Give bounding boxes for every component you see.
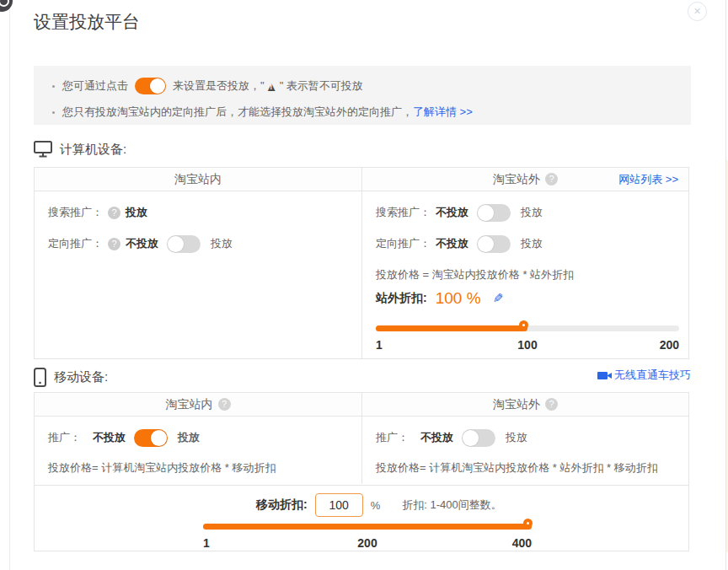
computer-table-header: 淘宝站内 淘宝站外 ? 网站列表 >> <box>35 168 688 191</box>
help-icon[interactable]: ? <box>218 398 231 411</box>
slider-handle[interactable] <box>523 519 533 528</box>
target-promo-row: 定向推广： 不投放 投放 <box>376 234 543 253</box>
computer-offsite-cell: 搜索推广： 不投放 投放 定向推广： 不投放 投放 投放价格 = 淘宝站内投放价… <box>361 191 688 359</box>
computer-offsite-search-toggle[interactable] <box>477 204 511 222</box>
computer-icon <box>34 141 52 158</box>
percent-unit: % <box>371 499 381 512</box>
computer-table: 淘宝站内 淘宝站外 ? 网站列表 >> 搜索推广： ? 投放 定向推广： ? 不… <box>34 167 689 359</box>
mobile-offsite-cell: 推广： 不投放 投放 投放价格= 计算机淘宝站内投放价格 * 站外折扣 * 移动… <box>361 417 688 484</box>
mobile-onsite-cell: 推广： 不投放 投放 投放价格= 计算机淘宝站内投放价格 * 移动折扣 <box>35 417 361 484</box>
help-icon[interactable]: ? <box>545 398 558 411</box>
mobile-discount-controls: 移动折扣: % 折扣: 1-400间整数。 <box>256 492 502 518</box>
offsite-discount-slider[interactable] <box>376 325 679 331</box>
mobile-offsite-formula: 投放价格= 计算机淘宝站内投放价格 * 站外折扣 * 移动折扣 <box>376 460 658 476</box>
mobile-section-header: 移动设备: 无线直通车技巧 <box>34 366 691 388</box>
learn-more-link[interactable]: 了解详情 >> <box>413 105 473 120</box>
warning-icon: ▲! <box>265 80 279 93</box>
mobile-discount-input[interactable] <box>315 493 363 517</box>
computer-section-header: 计算机设备: <box>34 138 691 160</box>
bullet-icon <box>52 111 55 114</box>
bullet-icon <box>52 85 55 88</box>
computer-onsite-cell: 搜索推广： ? 投放 定向推广： ? 不投放 投放 <box>35 191 361 359</box>
notice-line-1: 您可通过点击 来设置是否投放，" ▲! " 表示暂不可投放 <box>52 74 672 98</box>
computer-onsite-target-toggle[interactable] <box>167 235 201 253</box>
offsite-discount-row: 站外折扣: 100 % ✎ <box>376 289 503 308</box>
mobile-onsite-promo-toggle[interactable] <box>134 429 168 447</box>
mobile-offsite-promo-toggle[interactable] <box>462 429 495 447</box>
promo-row: 推广： 不投放 投放 <box>376 428 527 447</box>
offsite-discount-value: 100 % <box>436 289 481 308</box>
mobile-discount-row: 移动折扣: % 折扣: 1-400间整数。 1 200 400 <box>35 485 688 551</box>
header-offsite: 淘宝站外 ? 网站列表 >> <box>361 168 688 191</box>
example-toggle[interactable] <box>135 78 166 94</box>
set-platform-dialog: × 设置投放平台 您可通过点击 来设置是否投放，" ▲! " 表示暂不可投放 您… <box>0 0 728 570</box>
mobile-discount-label: 移动折扣: <box>256 497 308 513</box>
close-icon[interactable]: × <box>688 2 707 21</box>
edit-icon[interactable]: ✎ <box>493 291 504 306</box>
search-promo-row: 搜索推广： ? 投放 <box>48 203 147 222</box>
corner-badge-icon <box>0 0 13 12</box>
mobile-onsite-formula: 投放价格= 计算机淘宝站内投放价格 * 移动折扣 <box>48 460 276 476</box>
header-offsite: 淘宝站外 ? <box>361 393 688 416</box>
mobile-table-header: 淘宝站内 ? 淘宝站外 ? <box>35 393 688 417</box>
slider-handle[interactable] <box>519 320 528 330</box>
target-promo-row: 定向推广： ? 不投放 投放 <box>48 234 233 253</box>
offsite-price-formula: 投放价格 = 淘宝站内投放价格 * 站外折扣 <box>376 267 574 282</box>
dialog-left-border <box>9 0 10 570</box>
notice-text: 来设置是否投放，" <box>173 78 265 94</box>
help-icon[interactable]: ? <box>545 173 558 186</box>
notice-text: " 表示暂不可投放 <box>280 78 363 94</box>
site-list-link[interactable]: 网站列表 >> <box>618 172 678 187</box>
notice-text: 您可通过点击 <box>62 78 128 94</box>
notice-line-2: 您只有投放淘宝站内的定向推广后，才能选择投放淘宝站外的定向推广， 了解详情 >> <box>52 104 672 121</box>
notice-text: 您只有投放淘宝站内的定向推广后，才能选择投放淘宝站外的定向推广， <box>62 105 413 120</box>
header-onsite: 淘宝站内 ? <box>35 393 361 416</box>
discount-hint: 折扣: 1-400间整数。 <box>402 497 501 513</box>
computer-offsite-target-toggle[interactable] <box>477 235 511 253</box>
header-onsite: 淘宝站内 <box>35 168 361 191</box>
help-icon[interactable]: ? <box>108 238 120 250</box>
mobile-icon <box>34 368 46 387</box>
notice-box: 您可通过点击 来设置是否投放，" ▲! " 表示暂不可投放 您只有投放淘宝站内的… <box>34 66 691 125</box>
page-title: 设置投放平台 <box>34 10 140 34</box>
video-camera-icon <box>597 372 608 379</box>
search-promo-status: 投放 <box>126 205 147 220</box>
computer-section-label: 计算机设备: <box>60 142 126 158</box>
wireless-tips-link[interactable]: 无线直通车技巧 <box>597 368 691 383</box>
promo-row: 推广： 不投放 投放 <box>48 428 200 447</box>
mobile-discount-slider[interactable] <box>203 524 532 530</box>
help-icon[interactable]: ? <box>108 207 120 219</box>
mobile-section-label: 移动设备: <box>54 369 108 385</box>
mobile-table: 淘宝站内 ? 淘宝站外 ? 推广： 不投放 投放 投放价格= 计算机淘宝站内投放… <box>34 392 689 551</box>
search-promo-row: 搜索推广： 不投放 投放 <box>376 203 543 222</box>
